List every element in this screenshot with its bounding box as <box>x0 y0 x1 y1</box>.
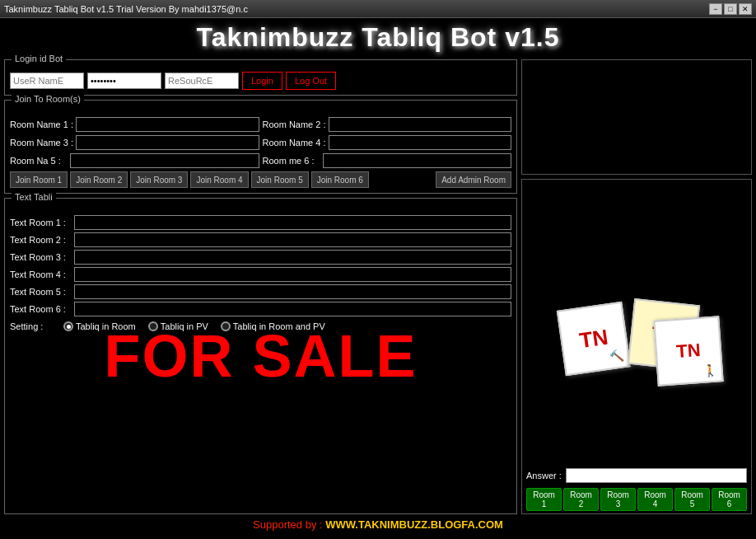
join-room-1-button[interactable]: Join Room 1 <box>10 171 68 188</box>
login-group: Login id Bot Login Log Out <box>4 59 517 96</box>
room-label-3: Room Name 3 : <box>10 138 73 148</box>
text-rooms-grid: Text Room 1 : Text Room 2 : Text Room 3 … <box>10 215 511 316</box>
radio-tabliq-both[interactable]: Tabliq in Room and PV <box>221 321 325 331</box>
room-tab-5[interactable]: Room 5 <box>674 488 710 511</box>
room-input-4[interactable] <box>329 135 511 150</box>
text-room-label-4: Text Room 4 : <box>10 270 72 279</box>
close-button[interactable]: ✕ <box>739 3 752 15</box>
maximize-button[interactable]: □ <box>724 3 737 15</box>
room-input-5[interactable] <box>70 153 259 168</box>
tn-card-3: TN 🚶 <box>653 316 723 386</box>
radio-label-pv: Tabliq in PV <box>161 321 208 331</box>
title-bar-buttons: − □ ✕ <box>709 3 752 15</box>
room-input-1[interactable] <box>76 117 259 132</box>
room-label-1: Room Name 1 : <box>10 120 73 129</box>
room-label-6: Room me 6 : <box>263 156 320 166</box>
left-panel: Login id Bot Login Log Out Join To Room(… <box>4 59 517 514</box>
title-bar: Taknimbuzz Tabliq Bot v1.5 Trial Version… <box>0 0 756 18</box>
text-room-input-4[interactable] <box>74 267 511 282</box>
text-room-label-2: Text Room 2 : <box>10 235 72 245</box>
setting-label: Setting : <box>10 321 51 331</box>
room-label-2: Room Name 2 : <box>263 120 326 129</box>
resource-input[interactable] <box>165 73 239 89</box>
add-admin-room-button[interactable]: Add Admin Room <box>436 171 511 188</box>
tn-logo: TN 🔨 TN ✏ TN 🚶 <box>553 310 721 384</box>
join-rooms-label: Join To Room(s) <box>12 94 84 104</box>
room-label-4: Room Name 4 : <box>263 138 326 148</box>
right-logo-area: TN 🔨 TN ✏ TN 🚶 Answer : <box>521 179 752 514</box>
login-button[interactable]: Login <box>242 72 282 90</box>
room-tab-2[interactable]: Room 2 <box>563 488 599 511</box>
text-room-input-6[interactable] <box>74 302 511 316</box>
text-room-row-2: Text Room 2 : <box>10 232 511 247</box>
room-label-5: Room Na 5 : <box>10 156 68 166</box>
right-output-box <box>521 59 752 175</box>
footer-link[interactable]: WWW.TAKNIMBUZZ.BLOGFA.COM <box>325 518 503 531</box>
footer: Supported by : WWW.TAKNIMBUZZ.BLOGFA.COM <box>4 514 752 535</box>
radio-label-both: Tabliq in Room and PV <box>233 321 325 331</box>
room-row-6: Room me 6 : <box>263 153 512 168</box>
radio-tabliq-room[interactable]: Tabliq in Room <box>63 321 136 331</box>
logout-button[interactable]: Log Out <box>286 72 336 90</box>
text-tabli-group: Text Tabli FOR SALE Text Room 1 : Text R… <box>4 198 517 514</box>
text-room-row-3: Text Room 3 : <box>10 250 511 265</box>
text-room-row-4: Text Room 4 : <box>10 267 511 282</box>
supported-by-text: Supported by : <box>253 518 323 531</box>
radio-tabliq-pv[interactable]: Tabliq in PV <box>148 321 208 331</box>
join-room-5-button[interactable]: Join Room 5 <box>251 171 309 188</box>
room-input-6[interactable] <box>323 153 512 168</box>
radio-btn-pv[interactable] <box>148 321 158 331</box>
text-room-label-1: Text Room 1 : <box>10 218 72 227</box>
main-content: Taknimbuzz Tabliq Bot v1.5 Login id Bot … <box>0 18 756 539</box>
room-row-3: Room Name 3 : <box>10 135 259 150</box>
join-rooms-group: Join To Room(s) Room Name 1 : Room Name … <box>4 100 517 194</box>
room-row-1: Room Name 1 : <box>10 117 259 132</box>
app-title: Taknimbuzz Tabliq Bot v1.5 <box>4 22 752 53</box>
room-tab-3[interactable]: Room 3 <box>600 488 636 511</box>
room-row-2: Room Name 2 : <box>263 117 512 132</box>
room-input-2[interactable] <box>329 117 511 132</box>
login-group-label: Login id Bot <box>12 54 66 63</box>
room-tabs: Room 1 Room 2 Room 3 Room 4 Room 5 Room … <box>522 485 751 513</box>
username-input[interactable] <box>10 73 84 89</box>
text-room-label-6: Text Room 6 : <box>10 304 72 314</box>
text-room-input-3[interactable] <box>74 250 511 265</box>
join-room-4-button[interactable]: Join Room 4 <box>190 171 248 188</box>
text-room-label-5: Text Room 5 : <box>10 287 72 297</box>
text-room-row-5: Text Room 5 : <box>10 284 511 299</box>
text-room-input-5[interactable] <box>74 284 511 299</box>
tn-card-1: TN 🔨 <box>556 301 630 375</box>
minimize-button[interactable]: − <box>709 3 722 15</box>
text-room-label-3: Text Room 3 : <box>10 252 72 262</box>
radio-btn-room[interactable] <box>63 321 73 331</box>
room-input-3[interactable] <box>76 135 259 150</box>
right-panel: TN 🔨 TN ✏ TN 🚶 Answer : <box>521 59 752 514</box>
room-tab-4[interactable]: Room 4 <box>637 488 673 511</box>
title-bar-text: Taknimbuzz Tabliq Bot v1.5 Trial Version… <box>4 4 248 14</box>
join-room-3-button[interactable]: Join Room 3 <box>130 171 188 188</box>
answer-row: Answer : <box>522 466 751 485</box>
text-room-input-2[interactable] <box>74 232 511 247</box>
setting-row: Setting : Tabliq in Room Tabliq in PV Ta… <box>10 321 511 331</box>
rooms-grid: Room Name 1 : Room Name 2 : Room Name 3 … <box>10 117 511 168</box>
text-room-row-1: Text Room 1 : <box>10 215 511 230</box>
text-tabli-label: Text Tabli <box>12 192 56 202</box>
radio-label-room: Tabliq in Room <box>76 321 136 331</box>
middle-area: Login id Bot Login Log Out Join To Room(… <box>4 59 752 514</box>
room-tab-1[interactable]: Room 1 <box>526 488 562 511</box>
for-sale-overlay: FOR SALE <box>104 322 417 390</box>
room-tab-6[interactable]: Room 6 <box>712 488 747 511</box>
answer-label: Answer : <box>526 471 562 480</box>
room-row-5: Room Na 5 : <box>10 153 259 168</box>
password-input[interactable] <box>87 73 161 89</box>
login-row: Login Log Out <box>10 72 511 90</box>
text-room-input-1[interactable] <box>74 215 511 230</box>
radio-btn-both[interactable] <box>221 321 231 331</box>
join-room-6-button[interactable]: Join Room 6 <box>311 171 369 188</box>
text-room-row-6: Text Room 6 : <box>10 302 511 316</box>
join-room-2-button[interactable]: Join Room 2 <box>70 171 128 188</box>
join-buttons-area: Join Room 1 Join Room 2 Join Room 3 Join… <box>10 171 511 188</box>
room-row-4: Room Name 4 : <box>263 135 512 150</box>
answer-input[interactable] <box>566 468 747 483</box>
